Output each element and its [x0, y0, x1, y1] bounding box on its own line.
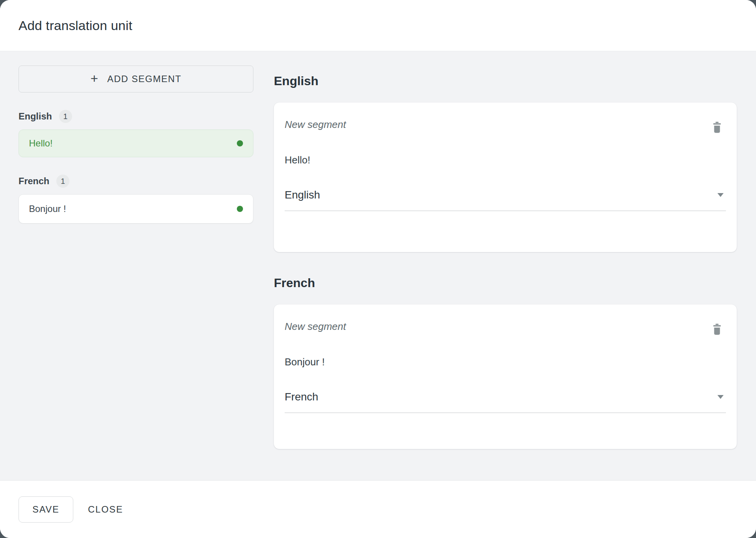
- dialog-footer: SAVE CLOSE: [0, 480, 756, 538]
- segment-list-item-french[interactable]: Bonjour !: [19, 194, 253, 224]
- chevron-down-icon: [717, 193, 724, 197]
- delete-segment-button[interactable]: [712, 122, 722, 133]
- segment-editor-card-top: New segment: [285, 118, 726, 133]
- segment-editor-card-top: New segment: [285, 320, 726, 335]
- language-select-value: French: [285, 391, 318, 403]
- segment-status-dot-icon: [237, 206, 243, 212]
- segment-status-dot-icon: [237, 140, 243, 146]
- plus-icon: +: [91, 72, 99, 85]
- language-group-header-english: English 1: [19, 109, 253, 123]
- language-select-french[interactable]: French: [285, 391, 726, 413]
- language-select-value: English: [285, 189, 320, 201]
- segment-list-item-text: Bonjour !: [29, 203, 66, 214]
- trash-icon: [712, 324, 722, 335]
- add-segment-label: ADD SEGMENT: [107, 74, 182, 84]
- new-segment-label: New segment: [285, 118, 346, 131]
- dialog-header: Add translation unit: [0, 0, 756, 51]
- close-button[interactable]: CLOSE: [86, 504, 125, 515]
- add-translation-unit-dialog: Add translation unit + ADD SEGMENT Engli…: [0, 0, 756, 538]
- segment-list-item-text: Hello!: [29, 138, 52, 149]
- delete-segment-button[interactable]: [712, 324, 722, 335]
- language-label: French: [19, 176, 49, 187]
- add-segment-button[interactable]: + ADD SEGMENT: [19, 66, 253, 92]
- language-label: English: [19, 111, 52, 122]
- dialog-body: + ADD SEGMENT English 1 Hello! French 1 …: [0, 51, 756, 480]
- editor-heading-english: English: [274, 72, 737, 89]
- segment-text-input[interactable]: Bonjour !: [285, 355, 726, 368]
- segment-count-badge: 1: [59, 110, 72, 123]
- language-select-english[interactable]: English: [285, 189, 726, 211]
- segment-count-badge: 1: [56, 175, 69, 188]
- segment-editor-card-french: New segment Bonjour ! French: [274, 304, 737, 449]
- new-segment-label: New segment: [285, 320, 346, 333]
- segment-editor-card-english: New segment Hello! English: [274, 103, 737, 252]
- segment-text-input[interactable]: Hello!: [285, 153, 726, 166]
- save-button[interactable]: SAVE: [19, 496, 73, 523]
- language-group-header-french: French 1: [19, 174, 253, 188]
- editors-panel: English New segment Hello! English: [274, 66, 737, 480]
- segment-list-item-english[interactable]: Hello!: [19, 129, 253, 157]
- segments-panel: + ADD SEGMENT English 1 Hello! French 1 …: [19, 66, 253, 480]
- chevron-down-icon: [717, 395, 724, 399]
- trash-icon: [712, 122, 722, 133]
- editor-heading-french: French: [274, 274, 737, 291]
- dialog-title: Add translation unit: [19, 18, 132, 33]
